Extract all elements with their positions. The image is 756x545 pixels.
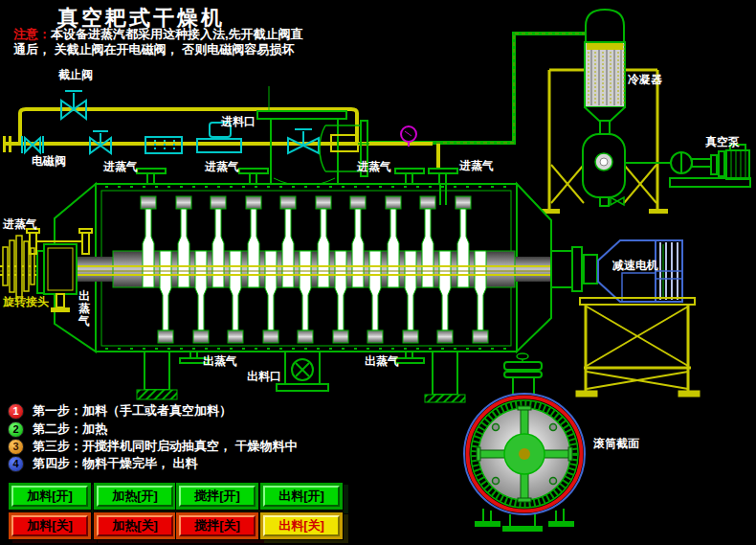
label-steam-in-2: 进蒸气 [205, 161, 239, 173]
hmi-screen: 真空耙式干燥机 注意：本设备进蒸汽都采用这种接入法,先开截止阀直 通后， 关截止… [0, 0, 756, 545]
label-discharge-port: 出料口 [247, 371, 281, 383]
step-item-2: 2 第二步：加热 [8, 421, 107, 437]
step-text: 第一步：加料（手工或者真空加料） [33, 402, 232, 420]
motor-stand [576, 298, 700, 397]
label-steam-out-1: 出蒸气 [203, 355, 237, 368]
label-solenoid-valve: 电磁阀 [32, 155, 66, 168]
label-drum-section: 滚筒截面 [593, 438, 639, 450]
label-gear-motor: 减速电机 [612, 260, 658, 272]
label-steam-in-5: 进蒸气 [3, 218, 37, 231]
label-steam-in-3: 进蒸气 [357, 161, 391, 173]
notice-line-2: 通后， 关截止阀在开电磁阀， 否则电磁阀容易损坏 [13, 41, 294, 58]
stir-off-button[interactable]: 搅拌[关] [175, 511, 259, 540]
step-number-badge: 4 [8, 456, 24, 472]
feed-box [257, 86, 369, 188]
heat-off-button[interactable]: 加热[关] [93, 511, 177, 540]
step-text: 第二步：加热 [33, 420, 107, 438]
step-text: 第三步：开搅拌机同时启动抽真空， 干燥物料中 [33, 438, 298, 455]
condenser-vessel [585, 10, 625, 134]
step-item-4: 4 第四步：物料干燥完毕， 出料 [8, 456, 198, 471]
step-number-badge: 3 [8, 439, 24, 455]
label-steam-out-2: 出蒸气 [365, 355, 399, 368]
stop-valve-icon [61, 91, 86, 119]
check-valve-icon [22, 136, 43, 153]
label-steam-in-4: 进蒸气 [459, 160, 494, 172]
manual-valve-icon [288, 129, 319, 153]
step-item-1: 1 第一步：加料（手工或者真空加料） [8, 403, 232, 419]
stir-on-button[interactable]: 搅拌[开] [175, 482, 259, 511]
label-rotary-joint: 旋转接头 [3, 296, 49, 308]
step-number-badge: 1 [8, 403, 24, 420]
discharge-valve-icon [277, 352, 328, 391]
step-item-3: 3 第三步：开搅拌机同时启动抽真空， 干燥物料中 [8, 439, 298, 454]
discharge-off-button[interactable]: 出料[关] [259, 511, 344, 540]
step-number-badge: 2 [8, 421, 24, 438]
label-stop-valve: 截止阀 [58, 69, 93, 81]
vapor-pipe [369, 34, 586, 143]
label-condenser: 冷凝器 [628, 74, 662, 86]
feed-off-button[interactable]: 加料[关] [8, 511, 92, 540]
separator-vessel [583, 134, 625, 206]
drain-valve-icon [611, 197, 624, 205]
heat-on-button[interactable]: 加热[开] [93, 482, 177, 511]
feed-on-button[interactable]: 加料[开] [8, 482, 92, 511]
step-text: 第四步：物料干燥完毕， 出料 [33, 455, 198, 472]
dryer-drum [0, 169, 572, 402]
label-feed-port: 进料口 [221, 116, 256, 128]
drum-cross-section [464, 353, 585, 531]
label-vacuum-pump: 真空泵 [705, 136, 740, 148]
label-steam-in-1: 进蒸气 [103, 161, 138, 173]
steam-inlet-piping [3, 91, 438, 170]
notice-prefix: 注意： [13, 27, 51, 41]
discharge-on-button[interactable]: 出料[开] [259, 482, 344, 511]
label-steam-out-vertical: 出蒸气 [78, 290, 93, 328]
